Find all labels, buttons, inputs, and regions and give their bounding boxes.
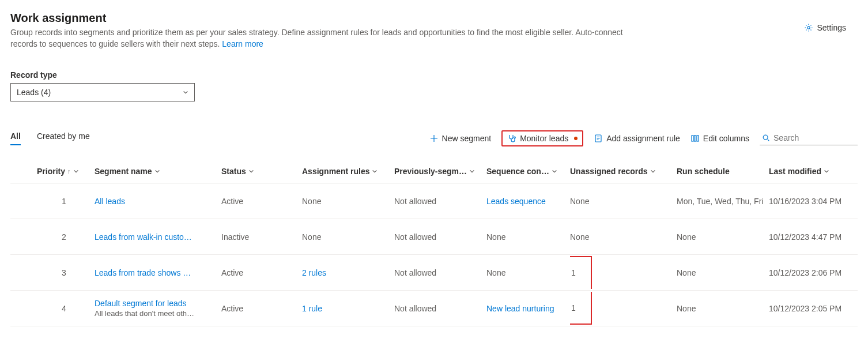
tab-all[interactable]: All — [10, 131, 21, 145]
previously-segmented-cell: Not allowed — [394, 197, 486, 206]
svg-point-6 — [763, 135, 768, 140]
table-row[interactable]: 3Leads from trade shows …Active2 rulesNo… — [10, 255, 858, 291]
col-status-label: Status — [221, 167, 246, 176]
run-schedule-cell: Mon, Tue, Wed, Thu, Fri — [677, 197, 769, 206]
search-icon — [762, 133, 770, 142]
col-unassigned-records[interactable]: Unassigned records — [570, 167, 677, 176]
table-row[interactable]: 1All leadsActiveNoneNot allowedLeads seq… — [10, 183, 858, 219]
col-priority-label: Priority — [37, 167, 65, 176]
chevron-down-icon — [372, 168, 378, 174]
previously-segmented-cell: Not allowed — [394, 232, 486, 242]
segment-name-cell[interactable]: Leads from walk-in custo… — [95, 232, 221, 242]
assignment-rules-cell: None — [302, 197, 394, 206]
col-previously-segmented-label: Previously-segm… — [394, 167, 467, 176]
col-status[interactable]: Status — [221, 167, 302, 176]
last-modified-cell: 10/12/2023 4:47 PM — [769, 232, 855, 242]
col-run-schedule[interactable]: Run schedule — [677, 167, 769, 176]
edit-columns-label: Edit columns — [703, 134, 749, 143]
settings-button[interactable]: Settings — [804, 23, 846, 32]
svg-rect-4 — [694, 136, 696, 141]
gear-icon — [804, 23, 813, 32]
new-segment-label: New segment — [442, 134, 492, 143]
run-schedule-cell: None — [677, 268, 769, 277]
svg-rect-3 — [692, 136, 693, 141]
add-assignment-rule-label: Add assignment rule — [606, 134, 680, 143]
priority-cell: 2 — [37, 232, 95, 242]
chevron-down-icon — [248, 168, 254, 174]
chevron-down-icon — [469, 168, 475, 174]
run-schedule-cell: None — [677, 304, 769, 313]
col-previously-segmented[interactable]: Previously-segm… — [394, 167, 486, 176]
svg-point-0 — [807, 27, 810, 29]
assignment-rules-cell[interactable]: 2 rules — [302, 268, 394, 277]
status-cell: Inactive — [221, 232, 302, 242]
svg-rect-5 — [697, 136, 699, 141]
plus-icon — [429, 134, 439, 143]
chevron-down-icon — [154, 168, 160, 174]
record-type-select[interactable]: Leads (4) — [10, 83, 195, 101]
col-last-modified[interactable]: Last modified — [769, 167, 855, 176]
edit-columns-button[interactable]: Edit columns — [690, 134, 749, 143]
document-icon — [594, 134, 603, 143]
add-assignment-rule-button[interactable]: Add assignment rule — [594, 134, 680, 143]
sequence-cell: None — [486, 268, 570, 277]
run-schedule-cell: None — [677, 232, 769, 242]
col-sequence-connected-label: Sequence con… — [486, 167, 549, 176]
record-type-value: Leads (4) — [17, 88, 51, 97]
svg-point-1 — [514, 137, 516, 138]
segment-name-cell[interactable]: All leads — [95, 197, 221, 206]
segment-name-cell[interactable]: Default segment for leadsAll leads that … — [95, 299, 221, 318]
previously-segmented-cell: Not allowed — [394, 268, 486, 277]
chevron-down-icon — [552, 168, 557, 174]
monitor-leads-button[interactable]: Monitor leads — [501, 130, 583, 146]
last-modified-cell: 10/16/2023 3:04 PM — [769, 197, 855, 206]
search-input[interactable] — [773, 133, 855, 142]
learn-more-link[interactable]: Learn more — [222, 39, 263, 48]
col-sequence-connected[interactable]: Sequence con… — [486, 167, 570, 176]
segment-name-cell[interactable]: Leads from trade shows … — [95, 268, 221, 277]
status-cell: Active — [221, 304, 302, 313]
settings-label: Settings — [817, 23, 846, 32]
priority-cell: 3 — [37, 268, 95, 277]
chevron-down-icon — [824, 168, 829, 174]
tab-created-by-me[interactable]: Created by me — [37, 131, 90, 145]
subtitle-text: Group records into segments and prioriti… — [10, 28, 623, 48]
sort-asc-icon: ↑ — [67, 168, 71, 175]
notification-dot-icon — [574, 137, 578, 140]
previously-segmented-cell: Not allowed — [394, 304, 486, 313]
col-assignment-rules[interactable]: Assignment rules — [302, 167, 394, 176]
priority-cell: 1 — [37, 197, 95, 206]
columns-icon — [690, 134, 700, 143]
unassigned-records-cell: None — [570, 197, 677, 206]
segments-table: Priority ↑ Segment name Status Assignmen… — [10, 159, 858, 326]
unassigned-records-cell: 1 — [570, 292, 677, 325]
col-segment-name[interactable]: Segment name — [95, 167, 221, 176]
unassigned-records-cell: None — [570, 232, 677, 242]
chevron-down-icon — [183, 89, 188, 95]
table-header: Priority ↑ Segment name Status Assignmen… — [10, 159, 858, 183]
search-box[interactable] — [760, 132, 858, 145]
sequence-cell[interactable]: Leads sequence — [486, 197, 570, 206]
unassigned-records-cell: 1 — [570, 256, 677, 289]
last-modified-cell: 10/12/2023 2:05 PM — [769, 304, 855, 313]
table-row[interactable]: 2Leads from walk-in custo…InactiveNoneNo… — [10, 219, 858, 255]
col-priority[interactable]: Priority ↑ — [37, 167, 95, 176]
assignment-rules-cell: None — [302, 232, 394, 242]
new-segment-button[interactable]: New segment — [429, 134, 492, 143]
monitor-leads-label: Monitor leads — [520, 134, 568, 143]
status-cell: Active — [221, 268, 302, 277]
table-row[interactable]: 4Default segment for leadsAll leads that… — [10, 291, 858, 326]
chevron-down-icon — [650, 168, 656, 174]
col-run-schedule-label: Run schedule — [677, 167, 730, 176]
sequence-cell[interactable]: New lead nurturing — [486, 304, 570, 313]
col-assignment-rules-label: Assignment rules — [302, 167, 369, 176]
status-cell: Active — [221, 197, 302, 206]
page-subtitle: Group records into segments and prioriti… — [10, 27, 644, 50]
tabs: All Created by me — [10, 131, 90, 145]
priority-cell: 4 — [37, 304, 95, 313]
assignment-rules-cell[interactable]: 1 rule — [302, 304, 394, 313]
col-last-modified-label: Last modified — [769, 167, 821, 176]
col-unassigned-records-label: Unassigned records — [570, 167, 648, 176]
page-title: Work assignment — [10, 12, 644, 25]
chevron-down-icon — [73, 168, 79, 174]
